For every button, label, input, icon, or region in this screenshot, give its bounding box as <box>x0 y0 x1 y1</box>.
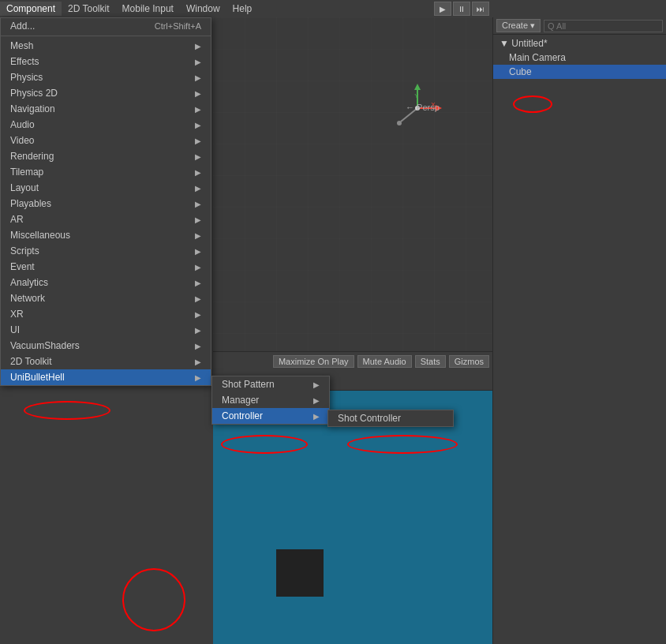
submenu-shot-pattern[interactable]: Shot Pattern ▶ <box>212 376 329 392</box>
menu-add[interactable]: Add... Ctrl+Shift+A <box>1 18 211 34</box>
hierarchy-create-button[interactable]: Create ▾ <box>496 19 541 32</box>
submenu-shot-controller[interactable]: Shot Controller <box>328 410 453 426</box>
menu-help[interactable]: Help <box>226 2 259 16</box>
svg-marker-2 <box>414 84 421 90</box>
mute-audio-button[interactable]: Mute Audio <box>357 355 412 368</box>
menu-2d-toolkit-item[interactable]: 2D Toolkit ▶ <box>1 354 211 369</box>
menu-mobile-input[interactable]: Mobile Input <box>116 2 180 16</box>
hierarchy-main-camera-label: Main Camera <box>509 52 566 63</box>
menu-effects[interactable]: Effects ▶ <box>1 54 211 69</box>
menu-ar[interactable]: AR ▶ <box>1 212 211 227</box>
game-canvas <box>213 391 492 644</box>
menu-component[interactable]: Component <box>0 2 62 16</box>
menu-video[interactable]: Video ▶ <box>1 133 211 148</box>
menu-scripts[interactable]: Scripts ▶ <box>1 243 211 259</box>
menu-navigation[interactable]: Navigation ▶ <box>1 101 211 117</box>
scene-bottom-bar: Maximize On Play Mute Audio Stats Gizmos <box>213 351 492 371</box>
menu-vacuumshaders[interactable]: VacuumShaders ▶ <box>1 338 211 354</box>
hierarchy-toolbar: Create ▾ <box>493 17 666 35</box>
menu-ui[interactable]: UI ▶ <box>1 322 211 338</box>
menu-playables[interactable]: Playables ▶ <box>1 196 211 212</box>
game-object-cube <box>276 549 324 597</box>
menu-layout[interactable]: Layout ▶ <box>1 180 211 196</box>
pause-button[interactable]: ⏸ <box>453 2 470 16</box>
play-button[interactable]: ▶ <box>434 2 451 16</box>
menu-network[interactable]: Network ▶ <box>1 290 211 306</box>
persp-label: ← Persp <box>406 103 440 112</box>
menu-xr[interactable]: XR ▶ <box>1 306 211 322</box>
menu-bar: Component 2D Toolkit Mobile Input Window… <box>0 0 666 17</box>
hierarchy-panel: Hierarchy 🔒 ≡ Create ▾ ▼ Untitled* Main … <box>492 0 666 644</box>
menu-miscellaneous[interactable]: Miscellaneous ▶ <box>1 227 211 243</box>
annotation-game-object <box>122 568 185 631</box>
submenu-controller[interactable]: Controller ▶ <box>212 408 329 424</box>
gizmos-scene-button[interactable]: Gizmos <box>449 355 489 368</box>
menu-tilemap[interactable]: Tilemap ▶ <box>1 164 211 180</box>
menu-2d-toolkit[interactable]: 2D Toolkit <box>62 2 115 16</box>
stats-button[interactable]: Stats <box>415 355 446 368</box>
menu-rendering[interactable]: Rendering ▶ <box>1 148 211 164</box>
maximize-on-play-button[interactable]: Maximize On Play <box>273 355 354 368</box>
menu-physics[interactable]: Physics ▶ <box>1 69 211 85</box>
svg-point-8 <box>397 121 402 125</box>
submenu-manager[interactable]: Manager ▶ <box>212 392 329 408</box>
scene-view: Gizmos All Y X <box>213 0 492 371</box>
controller-submenu: Shot Controller <box>327 410 454 427</box>
hierarchy-root-label: ▼ Untitled* <box>500 38 548 49</box>
annotation-unibullethell <box>24 401 110 420</box>
unibullethell-submenu: Shot Pattern ▶ Manager ▶ Controller ▶ <box>211 376 330 425</box>
hierarchy-main-camera[interactable]: Main Camera <box>493 51 666 65</box>
transport-bar: ▶ ⏸ ⏭ <box>431 0 492 17</box>
menu-window[interactable]: Window <box>180 2 226 16</box>
menu-analytics[interactable]: Analytics ▶ <box>1 275 211 290</box>
hierarchy-cube[interactable]: Cube <box>493 65 666 79</box>
hierarchy-root[interactable]: ▼ Untitled* <box>493 36 666 51</box>
menu-unibullethell[interactable]: UniBulletHell ▶ <box>1 369 211 385</box>
menu-physics2d[interactable]: Physics 2D ▶ <box>1 85 211 101</box>
component-dropdown: Add... Ctrl+Shift+A Mesh ▶ Effects ▶ Phy… <box>0 17 211 386</box>
hierarchy-content: ▼ Untitled* Main Camera Cube <box>493 35 666 80</box>
step-button[interactable]: ⏭ <box>472 2 489 16</box>
hierarchy-cube-label: Cube <box>509 66 532 77</box>
menu-event[interactable]: Event ▶ <box>1 259 211 275</box>
scene-canvas[interactable]: Y X ← Persp <box>213 17 492 351</box>
svg-rect-0 <box>213 17 492 351</box>
menu-audio[interactable]: Audio ▶ <box>1 117 211 133</box>
axis-gizmo: Y X ← Persp <box>390 80 445 136</box>
svg-text:Y: Y <box>414 92 419 99</box>
hierarchy-search-input[interactable] <box>544 20 663 32</box>
scene-grid <box>213 17 492 351</box>
menu-mesh[interactable]: Mesh ▶ <box>1 38 211 54</box>
